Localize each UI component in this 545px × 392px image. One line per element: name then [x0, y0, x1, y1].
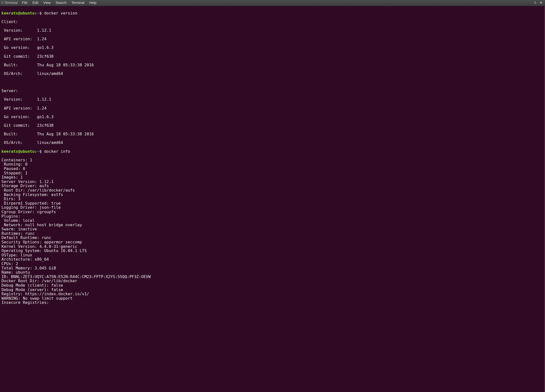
output-line: Git commit:23cf638	[1, 54, 543, 59]
output-line: CPUs: 2	[1, 262, 543, 266]
output-line: Swarm: inactive	[1, 227, 543, 231]
kv-label: API version:	[1, 106, 37, 111]
output-line: Root Dir: /var/lib/docker/aufs	[1, 188, 543, 193]
output-line: Insecure Registries:	[1, 300, 543, 305]
output-line: Stopped: 1	[1, 171, 543, 175]
output-line: Containers: 1	[1, 158, 543, 162]
prompt-path: ~	[37, 11, 40, 15]
output-line: Server:	[1, 89, 543, 93]
output-line: Runtimes: runc	[1, 231, 543, 236]
kv-value: 1.24	[37, 106, 46, 111]
kv-value: Thu Aug 18 05:33:38 2016	[37, 63, 94, 67]
output-line: Volume: local	[1, 218, 543, 223]
prompt-symbol: $	[39, 149, 42, 154]
prompt-line: keerats@ubuntu:~$ docker version	[1, 11, 543, 15]
menu-bar: @ Terminal File Edit View Search Termina…	[0, 0, 545, 6]
kv-label: API version:	[1, 37, 37, 41]
terminal-app-icon: @	[1, 1, 4, 4]
network-indicator-icon[interactable]: ⇅	[532, 1, 538, 5]
kv-value: 1.12.1	[37, 28, 51, 33]
kv-value: 23cf638	[37, 54, 53, 59]
kv-label: Git commit:	[1, 123, 37, 128]
output-line: Debug Mode (server): false	[1, 288, 543, 292]
command-text: docker version	[44, 11, 77, 15]
output-line: ID: BNNL:ZET3:UQYC:A75N:E52N:R44C:CM23:F…	[1, 275, 543, 279]
prompt-line: keerats@ubuntu:~$ docker info	[1, 149, 543, 154]
output-line: API version:1.24	[1, 37, 543, 41]
output-line: Git commit:23cf638	[1, 123, 543, 128]
output-line: Built:Thu Aug 18 05:33:38 2016	[1, 63, 543, 67]
output-line: Docker Root Dir: /var/lib/docker	[1, 279, 543, 283]
output-line: Version:1.12.1	[1, 97, 543, 102]
kv-label: Go version:	[1, 45, 37, 50]
kv-value: linux/amd64	[37, 71, 63, 76]
kv-label: Version:	[1, 28, 37, 33]
output-line: Dirs: 3	[1, 197, 543, 201]
output-line: Security Options: apparmor seccomp	[1, 240, 543, 244]
output-line: Kernel Version: 4.4.0-31-generic	[1, 244, 543, 249]
prompt-user-host: keerats@ubuntu	[1, 11, 35, 15]
output-line: Cgroup Driver: cgroupfs	[1, 210, 543, 214]
output-line: API version:1.24	[1, 106, 543, 111]
menu-edit[interactable]: Edit	[30, 0, 41, 5]
bluetooth-indicator-icon[interactable]: ✱	[538, 1, 544, 5]
terminal-viewport[interactable]: keerats@ubuntu:~$ docker version Client:…	[0, 6, 545, 392]
output-line	[1, 80, 543, 84]
output-line: Client:	[1, 20, 543, 24]
output-line: Storage Driver: aufs	[1, 184, 543, 188]
prompt-colon: :	[35, 149, 37, 154]
output-line: Registry: https://index.docker.io/v1/	[1, 292, 543, 296]
output-line: Go version:go1.6.3	[1, 45, 543, 50]
kv-value: go1.6.3	[37, 114, 53, 119]
kv-label: Version:	[1, 97, 37, 102]
kv-value: 1.12.1	[37, 97, 51, 102]
menu-help[interactable]: Help	[87, 0, 99, 5]
menu-terminal[interactable]: Terminal	[69, 0, 87, 5]
output-line: Go version:go1.6.3	[1, 115, 543, 119]
output-line: Operating System: Ubuntu 16.04.1 LTS	[1, 249, 543, 253]
output-line: Plugins:	[1, 214, 543, 219]
output-line: Default Runtime: runc	[1, 236, 543, 240]
menu-search[interactable]: Search	[53, 0, 69, 5]
output-line: Running: 0	[1, 162, 543, 167]
command-text: docker info	[44, 149, 70, 154]
output-line: Paused: 0	[1, 167, 543, 171]
prompt-path: ~	[37, 149, 40, 154]
output-line: Images: 1	[1, 175, 543, 180]
kv-label: Go version:	[1, 115, 37, 119]
output-line: Dirperm1 Supported: true	[1, 201, 543, 206]
output-line: Architecture: x86_64	[1, 257, 543, 262]
menu-file[interactable]: File	[19, 0, 30, 5]
output-line: OS/Arch:linux/amd64	[1, 140, 543, 145]
output-line: WARNING: No swap limit support	[1, 296, 543, 301]
output-line: Total Memory: 3.045 GiB	[1, 266, 543, 270]
kv-value: linux/amd64	[37, 140, 63, 145]
kv-label: Built:	[1, 132, 37, 136]
prompt-symbol: $	[39, 11, 42, 15]
output-line: Built:Thu Aug 18 05:33:38 2016	[1, 132, 543, 136]
kv-value: go1.6.3	[37, 45, 53, 50]
output-line: Backing Filesystem: extfs	[1, 193, 543, 197]
prompt-colon: :	[35, 11, 37, 15]
kv-value: 23cf638	[37, 123, 53, 128]
window-title: Terminal	[4, 1, 17, 5]
output-line: OS/Arch:linux/amd64	[1, 71, 543, 76]
output-line: Name: ubuntu	[1, 270, 543, 275]
kv-label: Git commit:	[1, 54, 37, 59]
kv-value: Thu Aug 18 05:33:38 2016	[37, 132, 94, 136]
kv-value: 1.24	[37, 37, 46, 41]
output-line: OSType: linux	[1, 253, 543, 257]
kv-label: OS/Arch:	[1, 140, 37, 145]
output-line: Logging Driver: json-file	[1, 205, 543, 210]
output-line: Debug Mode (client): false	[1, 283, 543, 288]
kv-label: Built:	[1, 63, 37, 67]
menu-view[interactable]: View	[41, 0, 53, 5]
output-line: Network: null host bridge overlay	[1, 223, 543, 227]
output-line: Server Version: 1.12.1	[1, 180, 543, 184]
kv-label: OS/Arch:	[1, 71, 37, 76]
output-line: Version:1.12.1	[1, 28, 543, 33]
prompt-user-host: keerats@ubuntu	[1, 149, 35, 154]
